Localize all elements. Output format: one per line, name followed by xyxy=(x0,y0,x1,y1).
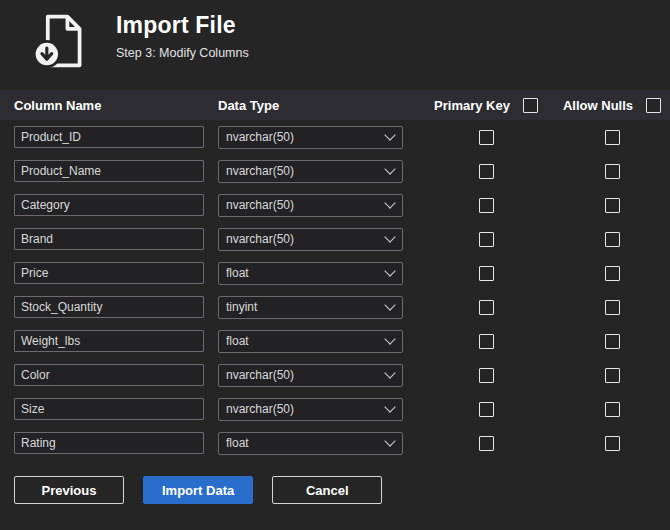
column-name-cell xyxy=(14,228,218,250)
column-name-input[interactable] xyxy=(14,262,204,284)
data-type-dropdown[interactable]: tinyint xyxy=(218,296,403,319)
table-row: float xyxy=(0,324,670,358)
column-name-input[interactable] xyxy=(14,194,204,216)
chevron-down-icon xyxy=(384,401,395,412)
allow-nulls-checkbox[interactable] xyxy=(605,334,620,349)
chevron-down-icon xyxy=(384,163,395,174)
allow-nulls-select-all-checkbox[interactable] xyxy=(646,98,661,113)
title-block: Import File Step 3: Modify Columns xyxy=(116,10,249,60)
column-name-input[interactable] xyxy=(14,126,204,148)
data-type-dropdown[interactable]: float xyxy=(218,432,403,455)
allow-nulls-checkbox[interactable] xyxy=(605,368,620,383)
primary-key-checkbox[interactable] xyxy=(479,130,494,145)
column-name-cell xyxy=(14,194,218,216)
column-name-input[interactable] xyxy=(14,432,204,454)
chevron-down-icon xyxy=(384,367,395,378)
import-file-document-download-icon xyxy=(28,12,90,70)
data-type-cell: nvarchar(50) xyxy=(218,228,418,251)
data-type-cell: nvarchar(50) xyxy=(218,160,418,183)
column-name-cell xyxy=(14,398,218,420)
allow-nulls-cell xyxy=(554,198,670,213)
data-type-dropdown[interactable]: float xyxy=(218,330,403,353)
primary-key-cell xyxy=(418,402,554,417)
primary-key-cell xyxy=(418,266,554,281)
primary-key-checkbox[interactable] xyxy=(479,436,494,451)
table-header: Column Name Data Type Primary Key Allow … xyxy=(0,90,670,120)
import-file-dialog: Import File Step 3: Modify Columns Colum… xyxy=(0,0,670,530)
primary-key-checkbox[interactable] xyxy=(479,334,494,349)
allow-nulls-checkbox[interactable] xyxy=(605,300,620,315)
data-type-value: nvarchar(50) xyxy=(226,232,294,246)
primary-key-checkbox[interactable] xyxy=(479,402,494,417)
data-type-header: Data Type xyxy=(218,98,418,113)
allow-nulls-header: Allow Nulls xyxy=(563,98,633,113)
previous-button[interactable]: Previous xyxy=(14,476,124,504)
data-type-value: nvarchar(50) xyxy=(226,368,294,382)
page-title: Import File xyxy=(116,12,249,39)
primary-key-checkbox[interactable] xyxy=(479,198,494,213)
data-type-dropdown[interactable]: nvarchar(50) xyxy=(218,160,403,183)
table-row: tinyint xyxy=(0,290,670,324)
primary-key-cell xyxy=(418,334,554,349)
column-name-input[interactable] xyxy=(14,364,204,386)
allow-nulls-cell xyxy=(554,436,670,451)
primary-key-checkbox[interactable] xyxy=(479,232,494,247)
allow-nulls-cell xyxy=(554,130,670,145)
column-name-input[interactable] xyxy=(14,398,204,420)
table-row: float xyxy=(0,426,670,460)
column-name-input[interactable] xyxy=(14,160,204,182)
table-row: nvarchar(50) xyxy=(0,358,670,392)
chevron-down-icon xyxy=(384,333,395,344)
allow-nulls-cell xyxy=(554,368,670,383)
chevron-down-icon xyxy=(384,435,395,446)
data-type-dropdown[interactable]: nvarchar(50) xyxy=(218,126,403,149)
data-type-cell: float xyxy=(218,330,418,353)
data-type-dropdown[interactable]: nvarchar(50) xyxy=(218,364,403,387)
data-type-dropdown[interactable]: float xyxy=(218,262,403,285)
column-name-cell xyxy=(14,364,218,386)
data-type-dropdown[interactable]: nvarchar(50) xyxy=(218,194,403,217)
chevron-down-icon xyxy=(384,197,395,208)
primary-key-header: Primary Key xyxy=(434,98,510,113)
allow-nulls-cell xyxy=(554,266,670,281)
data-type-cell: float xyxy=(218,432,418,455)
primary-key-checkbox[interactable] xyxy=(479,368,494,383)
data-type-dropdown[interactable]: nvarchar(50) xyxy=(218,228,403,251)
import-data-button[interactable]: Import Data xyxy=(143,476,253,504)
footer-actions: Previous Import Data Cancel xyxy=(14,476,670,504)
primary-key-checkbox[interactable] xyxy=(479,300,494,315)
data-type-value: float xyxy=(226,334,249,348)
column-name-input[interactable] xyxy=(14,330,204,352)
data-type-dropdown[interactable]: nvarchar(50) xyxy=(218,398,403,421)
table-row: nvarchar(50) xyxy=(0,120,670,154)
allow-nulls-checkbox[interactable] xyxy=(605,402,620,417)
allow-nulls-checkbox[interactable] xyxy=(605,164,620,179)
primary-key-cell xyxy=(418,368,554,383)
allow-nulls-checkbox[interactable] xyxy=(605,198,620,213)
data-type-value: nvarchar(50) xyxy=(226,402,294,416)
allow-nulls-checkbox[interactable] xyxy=(605,266,620,281)
table-row: nvarchar(50) xyxy=(0,188,670,222)
allow-nulls-checkbox[interactable] xyxy=(605,130,620,145)
chevron-down-icon xyxy=(384,265,395,276)
primary-key-cell xyxy=(418,198,554,213)
primary-key-checkbox[interactable] xyxy=(479,266,494,281)
primary-key-select-all-checkbox[interactable] xyxy=(523,98,538,113)
allow-nulls-checkbox[interactable] xyxy=(605,232,620,247)
column-name-cell xyxy=(14,262,218,284)
primary-key-cell xyxy=(418,164,554,179)
primary-key-checkbox[interactable] xyxy=(479,164,494,179)
primary-key-cell xyxy=(418,436,554,451)
allow-nulls-cell xyxy=(554,164,670,179)
data-type-value: float xyxy=(226,436,249,450)
column-name-cell xyxy=(14,160,218,182)
column-name-cell xyxy=(14,432,218,454)
primary-key-cell xyxy=(418,130,554,145)
cancel-button[interactable]: Cancel xyxy=(272,476,382,504)
data-type-value: nvarchar(50) xyxy=(226,130,294,144)
data-type-value: tinyint xyxy=(226,300,257,314)
allow-nulls-checkbox[interactable] xyxy=(605,436,620,451)
table-row: float xyxy=(0,256,670,290)
column-name-input[interactable] xyxy=(14,228,204,250)
column-name-input[interactable] xyxy=(14,296,204,318)
